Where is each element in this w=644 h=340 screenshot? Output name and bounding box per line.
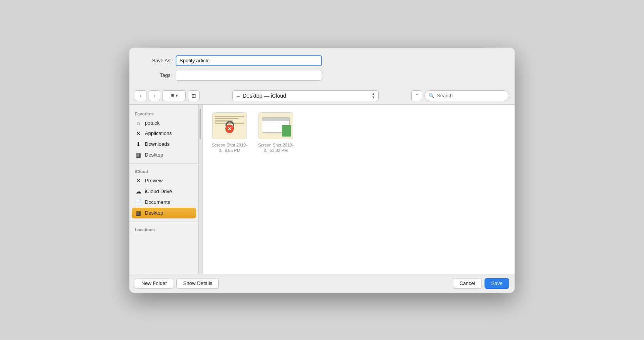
cloud-icon: ☁	[236, 93, 240, 98]
new-folder-button[interactable]: New Folder	[135, 278, 173, 289]
view-toggle-button[interactable]: ⊞ ▾	[163, 90, 186, 101]
sidebar-item-desktop-fav[interactable]: ▦ Desktop	[129, 150, 198, 160]
save-as-label: Save As:	[141, 58, 172, 63]
sidebar-item-potuck[interactable]: ⌂ potuck	[129, 118, 198, 128]
home-icon: ⌂	[135, 120, 142, 126]
dialog-header: Save As: Tags:	[129, 48, 515, 87]
file-thumbnail-2	[258, 112, 293, 139]
sidebar-item-icloud-drive[interactable]: ☁ iCloud Drive	[129, 186, 198, 197]
sidebar-divider-1	[129, 163, 198, 164]
search-icon: 🔍	[429, 93, 434, 98]
sidebar-item-label: iCloud Drive	[145, 188, 172, 194]
sidebar-item-preview[interactable]: ✕ Preview	[129, 175, 198, 186]
back-button[interactable]: ‹	[135, 90, 146, 101]
icloud-drive-icon: ☁	[135, 188, 142, 195]
file-thumbnail-1: 🎧 ✕	[212, 112, 247, 139]
sidebar-item-label: Applications	[145, 130, 172, 136]
save-dialog: Save As: Tags: ‹ › ⊞ ▾ ⊡ ☁ Desktop — iCl…	[129, 48, 515, 293]
sidebar-divider-2	[129, 222, 198, 222]
expand-button[interactable]: ⌃	[411, 90, 422, 101]
view-chevron-icon: ▾	[176, 93, 178, 98]
sidebar-item-applications[interactable]: ✕ Applications	[129, 128, 198, 139]
dialog-body: Favorites ⌂ potuck ✕ Applications ⬇ Down…	[129, 105, 515, 274]
sidebar-item-label: Desktop	[145, 210, 163, 216]
sidebar-container: Favorites ⌂ potuck ✕ Applications ⬇ Down…	[129, 105, 203, 274]
show-details-button[interactable]: Show Details	[176, 278, 219, 289]
tags-input[interactable]	[176, 70, 322, 81]
sidebar: Favorites ⌂ potuck ✕ Applications ⬇ Down…	[129, 105, 199, 274]
scrollbar-thumb	[200, 108, 201, 139]
view-grid-icon: ⊞	[171, 93, 174, 98]
footer-right: Cancel Save	[453, 278, 509, 289]
sidebar-item-documents[interactable]: 📄 Documents	[129, 197, 198, 208]
tags-row: Tags:	[141, 70, 503, 81]
dialog-footer: New Folder Show Details Cancel Save	[129, 274, 515, 293]
toolbar: ‹ › ⊞ ▾ ⊡ ☁ Desktop — iCloud ▲ ▼ ⌃	[129, 87, 515, 105]
new-folder-toolbar-button[interactable]: ⊡	[188, 90, 200, 101]
applications-icon: ✕	[135, 130, 142, 137]
sidebar-item-label: Desktop	[145, 152, 163, 158]
sidebar-item-label: potuck	[145, 120, 159, 126]
file-area: 🎧 ✕ Screen Shot 2019-0...9.55 PM	[203, 105, 515, 274]
downloads-icon: ⬇	[135, 141, 142, 148]
cancel-button[interactable]: Cancel	[453, 278, 481, 289]
sidebar-item-label: Downloads	[145, 141, 169, 147]
documents-icon: 📄	[135, 199, 142, 206]
file-item-2[interactable]: Screen Shot 2019-0...53.32 PM	[257, 112, 295, 153]
sidebar-locations-label: Locations	[129, 225, 198, 233]
search-input[interactable]	[437, 93, 505, 98]
save-as-input[interactable]	[176, 55, 322, 66]
footer-left: New Folder Show Details	[135, 278, 219, 289]
file-item-1[interactable]: 🎧 ✕ Screen Shot 2019-0...9.55 PM	[210, 112, 249, 153]
search-box: 🔍	[424, 90, 509, 101]
new-folder-icon: ⊡	[191, 93, 196, 99]
thumbnail-content-2	[259, 113, 293, 139]
sidebar-icloud-label: iCloud	[129, 167, 198, 175]
thumbnail-content-1: 🎧 ✕	[213, 113, 247, 139]
desktop-active-icon: ▦	[135, 210, 142, 217]
forward-button[interactable]: ›	[149, 90, 160, 101]
preview-icon: ✕	[135, 177, 142, 184]
save-as-row: Save As:	[141, 55, 503, 66]
sidebar-scrollbar[interactable]	[199, 105, 202, 274]
location-name: Desktop — iCloud	[243, 93, 286, 99]
location-selector[interactable]: ☁ Desktop — iCloud ▲ ▼	[232, 90, 379, 101]
sidebar-item-label: Preview	[145, 178, 163, 183]
sidebar-favorites-label: Favorites	[129, 109, 198, 118]
sidebar-item-downloads[interactable]: ⬇ Downloads	[129, 139, 198, 150]
expand-icon: ⌃	[415, 93, 419, 98]
sidebar-item-label: Documents	[145, 199, 170, 205]
save-button[interactable]: Save	[485, 278, 509, 289]
sidebar-item-desktop-active[interactable]: ▦ Desktop	[132, 208, 196, 218]
file-name-1: Screen Shot 2019-0...9.55 PM	[210, 142, 249, 153]
file-name-2: Screen Shot 2019-0...53.32 PM	[257, 142, 295, 153]
location-arrows-icon: ▲ ▼	[372, 92, 375, 99]
tags-label: Tags:	[141, 72, 172, 78]
desktop-icon: ▦	[135, 152, 142, 158]
error-badge-icon: ✕	[225, 125, 234, 133]
